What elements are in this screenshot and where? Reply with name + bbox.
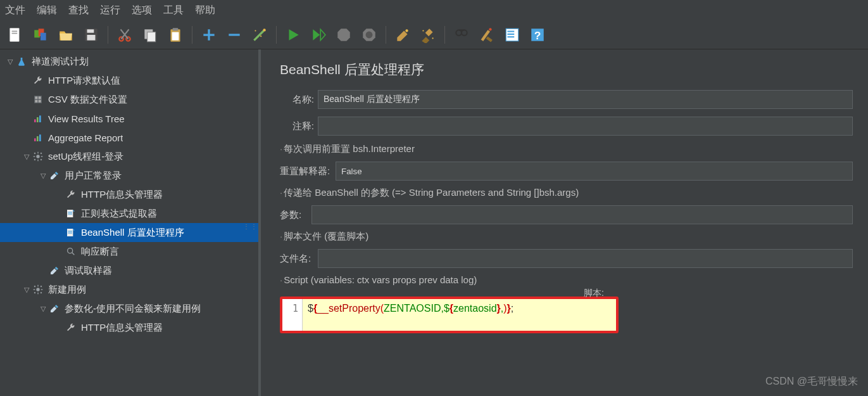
svg-rect-67: [41, 286, 42, 288]
args-label: 参数:: [280, 209, 311, 221]
tree-item-label: BeanShell 后置处理程序: [81, 227, 184, 239]
copy-icon[interactable]: [140, 25, 160, 45]
name-input[interactable]: [318, 90, 853, 109]
editor-panel: BeanShell 后置处理程序 名称: 注释: 每次调用前重置 bsh.Int…: [261, 49, 868, 396]
menu-options[interactable]: 选项: [132, 4, 152, 17]
expand-arrow-icon[interactable]: ▽: [38, 305, 48, 313]
svg-rect-6: [41, 32, 46, 40]
tree-setup-group[interactable]: ▽setUp线程组-登录: [0, 147, 258, 166]
svg-rect-30: [507, 36, 514, 37]
run-next-icon[interactable]: [308, 25, 329, 45]
reset-label: 重置解释器:: [280, 165, 336, 177]
menu-run[interactable]: 运行: [100, 4, 120, 17]
menu-find[interactable]: 查找: [68, 4, 89, 17]
help-icon[interactable]: ?: [527, 25, 548, 45]
flask-icon: [15, 56, 28, 67]
svg-rect-62: [37, 293, 38, 295]
svg-rect-13: [148, 32, 156, 41]
menu-file[interactable]: 文件: [5, 4, 25, 17]
menu-edit[interactable]: 编辑: [37, 4, 57, 17]
toolbar-separator: [108, 26, 108, 44]
svg-rect-51: [41, 153, 42, 155]
svg-rect-65: [34, 286, 36, 288]
tree-new-case[interactable]: ▽新建用例: [0, 280, 258, 299]
test-plan-tree[interactable]: ▽禅道测试计划HTTP请求默认值CSV 数据文件设置View Results T…: [0, 49, 258, 337]
svg-rect-52: [34, 159, 36, 161]
tree-csv-config[interactable]: CSV 数据文件设置: [0, 90, 258, 109]
toolbar-separator: [192, 26, 192, 44]
svg-rect-68: [34, 292, 36, 294]
tree-param[interactable]: ▽参数化-使用不同金额来新建用例: [0, 299, 258, 318]
minus-icon[interactable]: [224, 25, 244, 45]
svg-point-17: [263, 29, 265, 31]
note-input[interactable]: [318, 117, 853, 136]
svg-point-23: [432, 37, 434, 39]
svg-text:?: ?: [534, 29, 541, 41]
script-editor-highlight: 1 ${__setProperty(ZENTAOSID,${zentaosid}…: [280, 297, 619, 333]
svg-rect-48: [41, 156, 43, 156]
svg-rect-64: [41, 289, 43, 290]
splitter-grip[interactable]: ⋮⋮: [243, 223, 258, 230]
tree-header-mgr-1[interactable]: HTTP信息头管理器: [0, 185, 258, 204]
gear-icon: [32, 151, 44, 162]
svg-rect-16: [172, 32, 179, 40]
plus-icon[interactable]: [199, 25, 219, 45]
svg-rect-9: [87, 35, 96, 41]
cut-icon[interactable]: [115, 25, 135, 45]
tree-aggregate[interactable]: Aggregate Report: [0, 128, 258, 147]
tree-item-label: Aggregate Report: [48, 132, 123, 143]
args-input[interactable]: [311, 205, 853, 224]
file-input[interactable]: [318, 249, 853, 268]
svg-point-21: [405, 29, 408, 32]
tree-item-label: setUp线程组-登录: [48, 151, 123, 163]
clear-icon[interactable]: [393, 25, 413, 45]
tree-assert[interactable]: 响应断言: [0, 242, 258, 261]
panel-title: BeanShell 后置处理程序: [280, 61, 853, 79]
wand-icon[interactable]: [249, 25, 270, 45]
tree-panel: ▽禅道测试计划HTTP请求默认值CSV 数据文件设置View Results T…: [0, 49, 261, 396]
open-icon[interactable]: [56, 25, 76, 45]
svg-rect-34: [35, 96, 37, 99]
run-icon[interactable]: [283, 25, 303, 45]
save-icon[interactable]: [81, 25, 101, 45]
tree-header-mgr-2[interactable]: HTTP信息头管理器: [0, 318, 258, 337]
expand-arrow-icon[interactable]: ▽: [22, 153, 32, 161]
expand-arrow-icon[interactable]: ▽: [22, 286, 32, 294]
dropper-icon: [48, 170, 61, 181]
svg-rect-36: [35, 100, 37, 103]
tree-plan[interactable]: ▽禅道测试计划: [0, 52, 258, 71]
reset-input[interactable]: [336, 162, 853, 181]
svg-rect-55: [68, 214, 72, 214]
wrench-icon: [65, 189, 77, 200]
svg-rect-46: [37, 160, 38, 162]
script-editor[interactable]: ${__setProperty(ZENTAOSID,${zentaosid},)…: [303, 299, 616, 331]
tree-item-label: 调试取样器: [65, 265, 112, 277]
tree-debug[interactable]: 调试取样器: [0, 261, 258, 280]
reset-icon[interactable]: [477, 25, 497, 45]
main-content: ▽禅道测试计划HTTP请求默认值CSV 数据文件设置View Results T…: [0, 49, 868, 396]
list-icon[interactable]: [502, 25, 522, 45]
tree-http-defaults[interactable]: HTTP请求默认值: [0, 71, 258, 90]
expand-arrow-icon[interactable]: ▽: [38, 172, 48, 180]
tree-results-tree[interactable]: View Results Tree: [0, 109, 258, 128]
menu-help[interactable]: 帮助: [195, 4, 215, 17]
stop-icon[interactable]: [334, 25, 354, 45]
svg-point-20: [366, 31, 373, 38]
csv-icon: [32, 94, 44, 105]
reset-section-label: 每次调用前重置 bsh.Interpreter: [280, 143, 853, 155]
shutdown-icon[interactable]: [359, 25, 379, 45]
tree-login[interactable]: ▽用户正常登录: [0, 166, 258, 185]
search-icon[interactable]: [451, 25, 472, 45]
paste-icon[interactable]: [165, 25, 186, 45]
name-label: 名称:: [280, 94, 318, 106]
new-file-icon[interactable]: [5, 25, 25, 45]
svg-rect-39: [37, 117, 39, 122]
broom-icon[interactable]: [418, 25, 438, 45]
tree-item-label: 禅道测试计划: [32, 56, 89, 68]
menu-tools[interactable]: 工具: [163, 4, 184, 17]
tree-beanshell[interactable]: BeanShell 后置处理程序: [0, 223, 258, 242]
tree-regex[interactable]: 正则表达式提取器: [0, 204, 258, 223]
templates-icon[interactable]: [30, 25, 51, 45]
wrench-icon: [65, 322, 77, 333]
expand-arrow-icon[interactable]: ▽: [5, 58, 15, 66]
